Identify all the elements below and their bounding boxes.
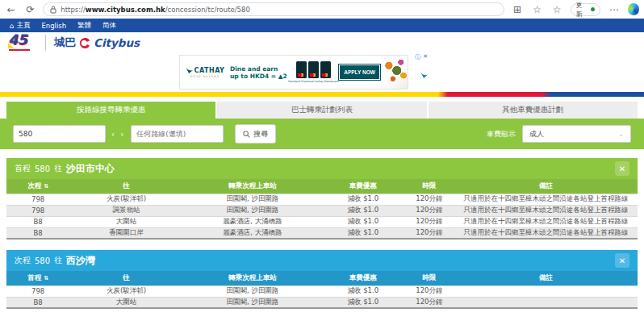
- chevron-down-icon: ⌄: [618, 131, 624, 138]
- update-button[interactable]: 更新: [571, 3, 600, 16]
- nav-english-link[interactable]: English: [41, 22, 66, 30]
- optional-route-input[interactable]: [131, 125, 224, 143]
- result-table-outbound: 首程 580 往 沙田市中心 ✕ 次程 ⇅ 往 轉乘次程上車站 車費優惠 時限 …: [6, 158, 638, 240]
- sort-column-header[interactable]: 首程 ⇅: [6, 271, 69, 285]
- table-row[interactable]: 798火炭(駿洋邨)田園閣, 沙田圍路減收 $1.0120分鐘: [6, 285, 638, 297]
- site-navbar: ⌂主頁 English 繁體 简体: [0, 19, 644, 32]
- table-row[interactable]: B8大圍站田園閣, 沙田圍路減收 $1.0120分鐘: [6, 297, 638, 308]
- nav-simplified-link[interactable]: 简体: [102, 21, 116, 31]
- ad-info-icon[interactable]: ⓘ: [415, 53, 420, 61]
- favorite-star-icon[interactable]: ☆: [531, 4, 543, 15]
- apply-now-button[interactable]: APPLY NOW: [339, 65, 380, 80]
- food-photo: [381, 56, 408, 89]
- tab-bar: 按路線搜尋轉乘優惠 巴士轉乘計劃列表 其他車費優惠計劃: [6, 102, 638, 119]
- tab-interchange-schemes[interactable]: 巴士轉乘計劃列表: [217, 102, 426, 119]
- sort-column-header[interactable]: 次程 ⇅: [6, 179, 69, 194]
- cathay-tagline: MOVE BEYOND: [190, 75, 220, 78]
- citybus-zh-logo[interactable]: 城巴: [54, 35, 76, 50]
- table-row[interactable]: 798火炭(駿洋邨)田園閣, 沙田圍路減收 $1.0120分鐘只適用於在十四鄉至…: [6, 194, 638, 205]
- status-dot: [591, 7, 595, 11]
- cathay-logo-block: CATHAY MOVE BEYOND: [180, 56, 230, 89]
- close-table-button[interactable]: ✕: [615, 161, 629, 176]
- ad-close-icon[interactable]: ✕: [423, 53, 428, 61]
- home-icon: ⌂: [10, 22, 14, 30]
- search-icon: [243, 131, 250, 138]
- destination-name: 沙田市中心: [66, 162, 115, 176]
- card-caption: Standard Chartered Cathay Mastercard: [288, 80, 339, 83]
- sort-icon: ⇅: [44, 275, 48, 281]
- search-button[interactable]: 搜尋: [235, 124, 276, 144]
- destination-name: 西沙灣: [66, 254, 95, 268]
- swap-direction-icon[interactable]: ‹ ›: [111, 130, 125, 139]
- table-header-row: 首程 ⇅ 往 轉乘次程上車站 車費優惠 時限 備註: [6, 271, 638, 285]
- route-input[interactable]: [13, 125, 106, 143]
- table-title-bar: 首程 580 往 沙田市中心 ✕: [6, 158, 638, 179]
- logo-triangle: [8, 43, 14, 48]
- brand-stripe: [0, 92, 644, 97]
- lock-icon: [50, 6, 56, 14]
- anniversary-45-logo: 45: [8, 33, 36, 52]
- url-bar[interactable]: https://www.citybus.com.hk/concession/tc…: [43, 2, 504, 16]
- credit-card-icon: [308, 61, 319, 78]
- credit-card-icon: [296, 61, 307, 78]
- logo-red-bar: [9, 49, 30, 52]
- menu-ellipsis-icon[interactable]: ⋯: [608, 4, 620, 15]
- tab-search-by-route[interactable]: 按路線搜尋轉乘優惠: [6, 102, 215, 119]
- citybus-c-icon: [79, 37, 91, 49]
- browser-chrome: ← ⟳ https://www.citybus.com.hk/concessio…: [0, 0, 644, 19]
- ad-banner[interactable]: CATHAY MOVE BEYOND Dine and earn up to H…: [179, 55, 408, 90]
- citybus-en-logo[interactable]: Citybus: [94, 36, 140, 49]
- table-row[interactable]: B8大圍站麗豪酒店, 大涌橋路減收 $1.0120分鐘只適用於在十四鄉至樟木頭之…: [6, 216, 638, 227]
- page: ← ⟳ https://www.citybus.com.hk/concessio…: [0, 0, 644, 325]
- url-text: https://www.citybus.com.hk/concession/tc…: [61, 6, 250, 14]
- chrome-actions: ⊞ ☆ ☆ 更新 ⋯: [511, 3, 639, 16]
- back-icon[interactable]: ←: [5, 4, 18, 15]
- credit-cards-image: Standard Chartered Cathay Mastercard: [288, 56, 339, 89]
- logo-divider: [45, 35, 46, 51]
- split-screen-icon[interactable]: ⊞: [511, 4, 523, 15]
- fare-display-select[interactable]: 成人 ⌄: [522, 125, 631, 143]
- nav-traditional-link[interactable]: 繁體: [77, 21, 91, 31]
- table-row[interactable]: 798調景嶺站田園閣, 沙田圍路減收 $1.0120分鐘只適用於在十四鄉至樟木頭…: [6, 205, 638, 216]
- table-row[interactable]: B8香園圍口岸麗豪酒店, 大涌橋路減收 $1.0120分鐘只適用於在十四鄉至樟木…: [6, 227, 638, 239]
- tab-other-fare-schemes[interactable]: 其他車費優惠計劃: [429, 102, 638, 119]
- brand-header: 45 城巴 Citybus: [0, 32, 644, 53]
- search-panel: ‹ › 搜尋 車費顯示 成人 ⌄: [0, 119, 644, 149]
- sort-icon: ⇅: [44, 183, 48, 190]
- nav-home-link[interactable]: ⌂主頁: [10, 21, 30, 31]
- table-title-bar: 次程 580 往 西沙灣 ✕: [6, 250, 638, 271]
- credit-card-icon: [320, 61, 331, 78]
- close-table-button[interactable]: ✕: [615, 253, 629, 268]
- browser-logo-icon[interactable]: [628, 3, 640, 15]
- cathay-brushwing-icon: [186, 67, 193, 73]
- reload-icon[interactable]: ⟳: [24, 4, 37, 15]
- table-header-row: 次程 ⇅ 往 轉乘次程上車站 車費優惠 時限 備註: [6, 179, 638, 194]
- result-table-inbound: 次程 580 往 西沙灣 ✕ 首程 ⇅ 往 轉乘次程上車站 車費優惠 時限 備註…: [6, 250, 638, 309]
- fare-display-label: 車費顯示: [487, 129, 516, 140]
- ad-headline: Dine and earn up to HKD4 = ▲2: [230, 56, 288, 89]
- ad-controls: ⓘ ✕: [410, 53, 428, 85]
- favorites-list-icon[interactable]: ☆: [550, 4, 562, 15]
- cathay-bird-icon: [420, 71, 428, 78]
